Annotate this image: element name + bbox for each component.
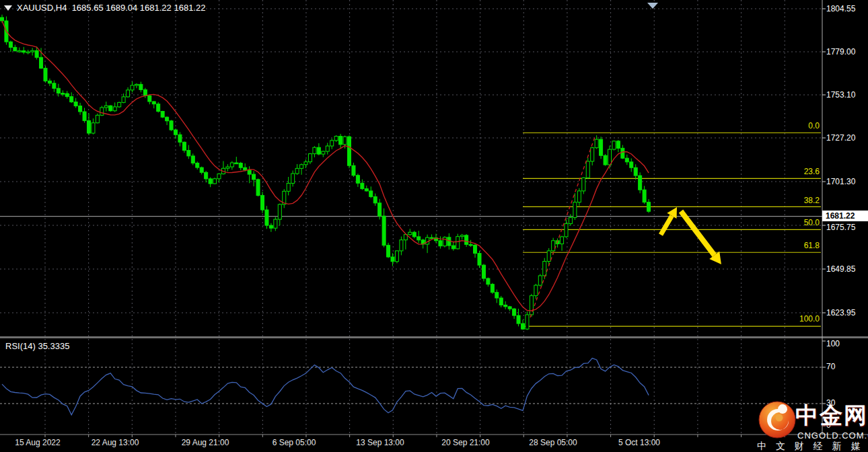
fib-level-label: 50.0 xyxy=(772,218,820,227)
symbol-quote-text: XAUUSD,H4 1685.65 1689.04 1681.22 1681.2… xyxy=(17,3,205,13)
price-axis-label: 1649.85 xyxy=(826,264,855,274)
mt4-chart-window: XAUUSD,H4 1685.65 1689.04 1681.22 1681.2… xyxy=(0,0,868,452)
time-axis-label: 6 Sep 05:00 xyxy=(273,438,316,447)
rsi-indicator-label: RSI(14) 35.3335 xyxy=(5,341,69,351)
fib-level-label: 61.8 xyxy=(772,241,820,250)
rsi-axis-label: 0 xyxy=(826,420,831,430)
fib-level-label: 0.0 xyxy=(772,121,820,130)
time-axis-label: 5 Oct 13:00 xyxy=(618,438,660,447)
rsi-axis-label: 100 xyxy=(826,339,840,348)
chart-shift-marker-icon[interactable] xyxy=(647,3,658,9)
price-axis-label: 1701.30 xyxy=(826,177,855,186)
rsi-axis-label: 30 xyxy=(826,398,835,408)
time-axis-label: 28 Sep 05:00 xyxy=(529,438,577,447)
price-axis-label: 1753.10 xyxy=(826,90,855,100)
price-axis-label: 1623.95 xyxy=(826,308,855,317)
chart-canvas[interactable] xyxy=(0,0,868,452)
time-axis-label: 22 Aug 13:00 xyxy=(92,438,139,447)
time-axis-label: 20 Sep 21:00 xyxy=(441,438,489,447)
current-price-tag: 1681.22 xyxy=(822,211,868,221)
time-axis-label: 15 Aug 2022 xyxy=(15,438,60,447)
chart-collapse-triangle-icon[interactable] xyxy=(4,5,12,11)
price-axis-label: 1804.55 xyxy=(826,4,855,13)
price-axis-label: 1779.00 xyxy=(826,47,855,57)
fib-level-label: 100.0 xyxy=(772,314,820,324)
symbol-quote-line: XAUUSD,H4 1685.65 1689.04 1681.22 1681.2… xyxy=(4,3,205,13)
fib-level-label: 38.2 xyxy=(772,196,820,205)
price-axis-label: 1675.75 xyxy=(826,223,855,232)
rsi-axis-label: 70 xyxy=(826,362,835,371)
fib-level-label: 23.6 xyxy=(772,167,820,176)
time-axis-label: 13 Sep 13:00 xyxy=(356,438,404,447)
time-axis-label: 29 Aug 21:00 xyxy=(182,438,229,447)
price-axis-label: 1727.20 xyxy=(826,133,855,143)
